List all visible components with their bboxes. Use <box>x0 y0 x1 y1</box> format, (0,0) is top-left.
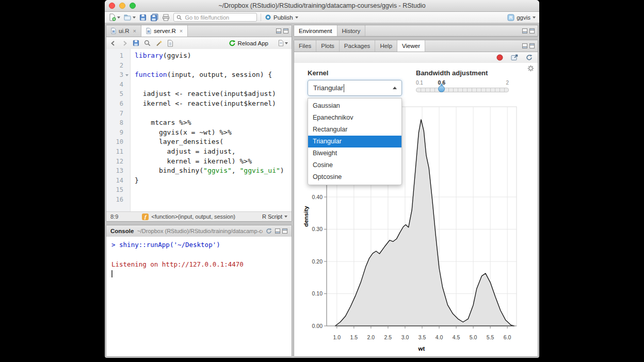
kernel-dropdown: GaussianEpanechnikovRectangularTriangula… <box>308 98 402 185</box>
code-tools-wand-icon[interactable] <box>155 40 163 47</box>
tab-label: Packages <box>344 43 371 49</box>
kernel-option-cosine[interactable]: Cosine <box>308 159 401 171</box>
tab-files[interactable]: Files <box>294 40 316 52</box>
kernel-option-epanechnikov[interactable]: Epanechnikov <box>308 112 401 124</box>
code-line: 5 iadjust <- reactive(input$adjust) <box>106 89 292 99</box>
open-file-button[interactable] <box>124 14 136 21</box>
svg-text:R: R <box>112 30 115 34</box>
save-all-icon[interactable] <box>150 13 158 21</box>
project-menu-button[interactable]: R ggvis <box>507 14 536 21</box>
save-icon[interactable] <box>133 40 139 46</box>
tab-plots[interactable]: Plots <box>316 40 340 52</box>
tab-environment[interactable]: Environment <box>294 25 337 36</box>
pane-window-buttons <box>522 25 538 36</box>
tab-label: Plots <box>321 43 334 49</box>
minimize-pane-icon[interactable] <box>275 228 280 234</box>
source-tabbar: R ui.R × R server.R × <box>106 25 292 37</box>
kernel-option-optcosine[interactable]: Optcosine <box>308 171 401 183</box>
text-cursor <box>344 84 344 92</box>
svg-text:0.10: 0.10 <box>312 290 323 297</box>
maximize-pane-icon[interactable] <box>282 228 287 234</box>
code-line: 4 <box>106 80 292 90</box>
new-file-button[interactable] <box>108 13 120 21</box>
export-viewer-icon[interactable] <box>511 54 518 61</box>
cursor-position: 8:9 <box>110 213 118 220</box>
console-line: Listening on http://127.0.0.1:4470 <box>111 260 292 270</box>
kernel-select[interactable]: Triangular <box>308 80 402 96</box>
forward-icon[interactable] <box>121 40 128 46</box>
code-line: 10 layer_densities( <box>106 137 292 147</box>
close-tab-icon[interactable]: × <box>133 28 136 34</box>
kernel-option-triangular[interactable]: Triangular <box>308 136 401 147</box>
pane-window-buttons <box>276 25 292 37</box>
file-type-label: R Script <box>262 213 282 220</box>
stop-app-icon[interactable] <box>496 54 503 61</box>
scope-selector[interactable]: f <function>(input, output, session) <box>142 213 235 220</box>
tab-server-r[interactable]: R server.R × <box>141 25 188 37</box>
save-icon[interactable] <box>139 14 147 21</box>
slider-track[interactable] <box>416 88 509 92</box>
tab-viewer[interactable]: Viewer <box>397 40 425 52</box>
code-line: 12 kernel = ikernel) %>% <box>106 157 292 167</box>
svg-text:3.5: 3.5 <box>418 334 426 340</box>
print-icon[interactable] <box>162 14 170 21</box>
svg-text:4.0: 4.0 <box>436 334 443 340</box>
back-icon[interactable] <box>110 40 117 46</box>
tab-label: ui.R <box>119 28 129 34</box>
file-type-button[interactable]: R Script <box>262 213 287 220</box>
slider-max-label: 2 <box>506 80 509 86</box>
r-file-icon: R <box>111 28 116 34</box>
maximize-pane-icon[interactable] <box>529 43 535 48</box>
tab-history[interactable]: History <box>337 25 366 36</box>
publish-button[interactable]: Publish <box>265 14 298 21</box>
publish-label: Publish <box>273 14 293 21</box>
code-line: 15 <box>106 185 292 195</box>
goto-file-input[interactable] <box>184 14 254 21</box>
slider-min-label: 0.1 <box>416 80 423 86</box>
console[interactable]: > shiny::runApp('~/Desktop')Listening on… <box>106 237 292 356</box>
maximize-pane-icon[interactable] <box>283 28 288 34</box>
bandwidth-slider[interactable]: 0.1 0.6 2 <box>416 78 509 96</box>
fold-toggle-icon[interactable] <box>125 74 128 76</box>
console-line: > shiny::runApp('~/Desktop') <box>111 240 292 250</box>
kernel-option-rectangular[interactable]: Rectangular <box>308 124 401 136</box>
publish-icon <box>265 14 271 21</box>
minimize-pane-icon[interactable] <box>522 43 527 48</box>
minimize-pane-icon[interactable] <box>276 28 281 34</box>
tab-packages[interactable]: Packages <box>340 40 376 52</box>
tab-ui-r[interactable]: R ui.R × <box>106 25 141 37</box>
plot-settings-button[interactable] <box>527 64 534 74</box>
viewer-pane: Files Plots Packages Help Viewer <box>294 40 538 357</box>
rstudio-window: ~/Dropbox (RStudio)/RStudio/training/dat… <box>105 0 539 358</box>
restart-r-icon[interactable] <box>266 228 272 234</box>
code-line: 1library(ggvis) <box>106 51 292 61</box>
code-line: 13 bind_shiny("ggvis", "ggvis_ui") <box>106 166 292 176</box>
reload-app-button[interactable]: Reload App <box>229 40 268 47</box>
compile-report-icon[interactable] <box>167 40 173 47</box>
chevron-down-icon <box>285 42 288 44</box>
chevron-down-icon <box>533 17 536 19</box>
refresh-icon[interactable] <box>526 54 533 61</box>
svg-text:1.5: 1.5 <box>350 334 358 340</box>
shiny-app: Kernel Triangular GaussianEpanechnikovRe… <box>294 63 538 356</box>
maximize-pane-icon[interactable] <box>529 28 535 34</box>
chevron-down-icon <box>284 216 287 218</box>
find-icon[interactable] <box>144 40 151 46</box>
viewer-toolbar <box>294 52 538 63</box>
code-lines: 1library(ggvis)23function(input, output,… <box>106 51 292 205</box>
tab-label: History <box>342 28 361 34</box>
minimize-pane-icon[interactable] <box>522 28 527 34</box>
source-menu-button[interactable] <box>278 40 288 46</box>
goto-file-box <box>173 13 257 22</box>
pane-window-buttons <box>522 40 538 52</box>
console-cursor <box>111 270 112 277</box>
kernel-option-biweight[interactable]: Biweight <box>308 147 401 159</box>
kernel-option-gaussian[interactable]: Gaussian <box>308 100 401 112</box>
close-tab-icon[interactable]: × <box>180 28 183 34</box>
code-editor[interactable]: 1library(ggvis)23function(input, output,… <box>106 49 292 211</box>
tab-label: Help <box>380 43 392 49</box>
tab-help[interactable]: Help <box>375 40 397 52</box>
svg-text:0.00: 0.00 <box>312 323 323 329</box>
environment-pane: Environment History <box>294 25 538 37</box>
svg-text:5.0: 5.0 <box>470 334 477 340</box>
